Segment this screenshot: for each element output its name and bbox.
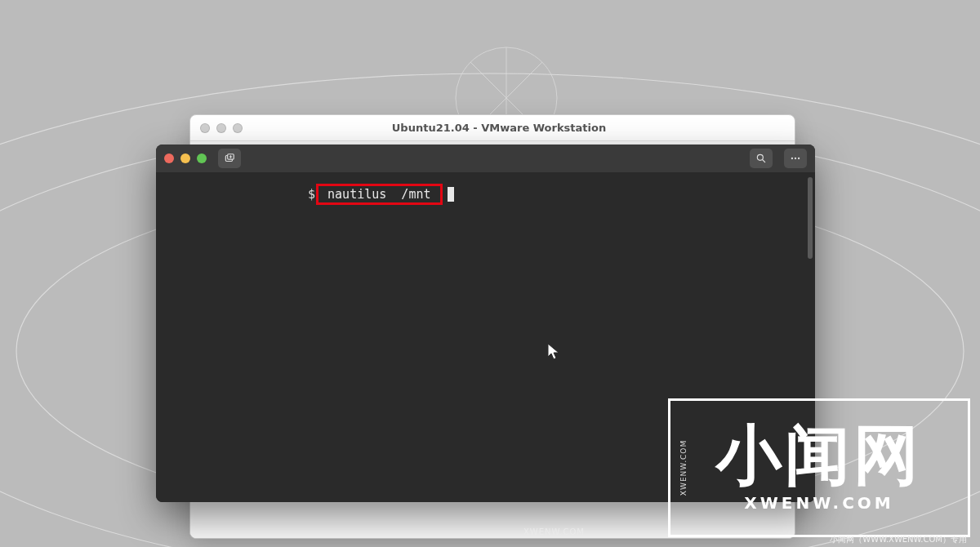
minimize-icon[interactable] bbox=[180, 153, 190, 163]
maximize-icon[interactable] bbox=[233, 123, 243, 133]
prompt-symbol: $ bbox=[308, 186, 315, 202]
search-button[interactable] bbox=[750, 149, 773, 168]
svg-point-11 bbox=[757, 154, 763, 160]
vmware-title: Ubuntu21.04 - VMware Workstation bbox=[392, 122, 606, 134]
svg-line-12 bbox=[763, 160, 765, 162]
prompt-line: $ nautilus /mnt bbox=[308, 184, 804, 205]
menu-button[interactable] bbox=[784, 149, 807, 168]
minimize-icon[interactable] bbox=[216, 123, 226, 133]
vmware-traffic-lights bbox=[200, 123, 243, 133]
close-icon[interactable] bbox=[200, 123, 210, 133]
command-highlight: nautilus /mnt bbox=[316, 184, 443, 205]
terminal-window: $ nautilus /mnt bbox=[156, 145, 815, 502]
svg-point-13 bbox=[791, 158, 793, 159]
search-icon bbox=[755, 153, 767, 164]
terminal-header[interactable] bbox=[156, 145, 815, 172]
watermark-note-text: 小闻网（WWW.XWENW.COM）专用 bbox=[830, 534, 967, 545]
menu-icon bbox=[790, 153, 801, 164]
close-icon[interactable] bbox=[164, 153, 174, 163]
svg-point-15 bbox=[798, 158, 800, 159]
text-cursor bbox=[448, 187, 454, 202]
new-tab-button[interactable] bbox=[218, 149, 241, 168]
maximize-icon[interactable] bbox=[197, 153, 207, 163]
new-tab-icon bbox=[224, 153, 235, 164]
terminal-body[interactable]: $ nautilus /mnt bbox=[156, 172, 815, 502]
scrollbar-thumb[interactable] bbox=[808, 177, 813, 259]
vmware-titlebar[interactable]: Ubuntu21.04 - VMware Workstation bbox=[190, 115, 795, 141]
svg-point-14 bbox=[795, 158, 796, 159]
